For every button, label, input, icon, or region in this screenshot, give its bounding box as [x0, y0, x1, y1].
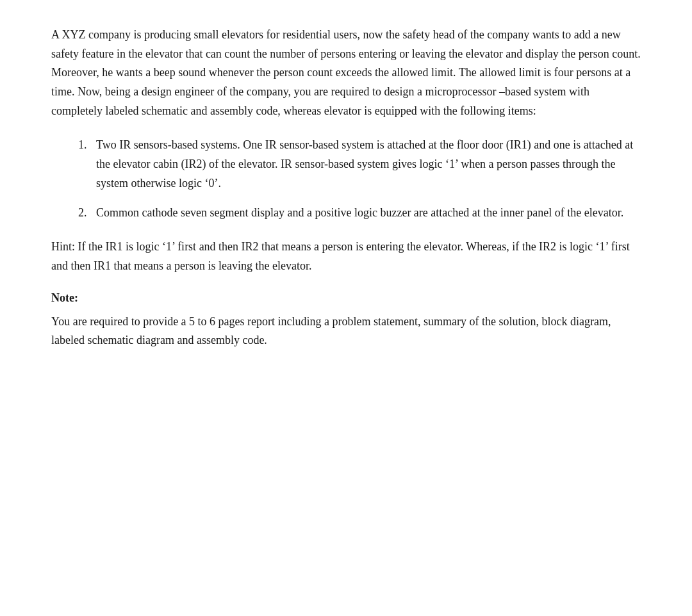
page-container: A XYZ company is producing small elevato… — [0, 0, 692, 396]
list-item: Common cathode seven segment display and… — [90, 204, 641, 223]
note-label: Note: — [51, 291, 641, 305]
numbered-list: Two IR sensors-based systems. One IR sen… — [90, 136, 641, 222]
intro-paragraph: A XYZ company is producing small elevato… — [51, 26, 641, 120]
list-item: Two IR sensors-based systems. One IR sen… — [90, 136, 641, 193]
note-paragraph: You are required to provide a 5 to 6 pag… — [51, 312, 641, 350]
note-section: Note: You are required to provide a 5 to… — [51, 291, 641, 350]
hint-paragraph: Hint: If the IR1 is logic ‘1’ first and … — [51, 238, 641, 275]
